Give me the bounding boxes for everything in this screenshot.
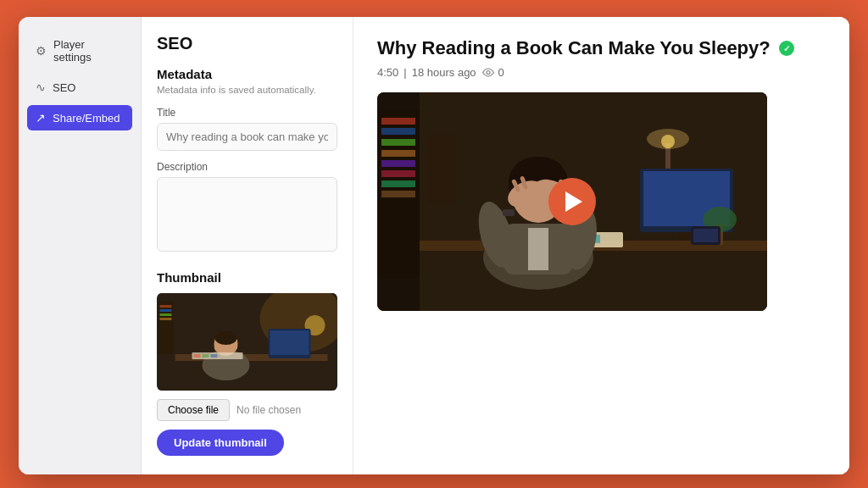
- thumbnail-section-label: Thumbnail: [157, 270, 337, 285]
- svg-rect-13: [203, 354, 209, 358]
- svg-rect-19: [160, 318, 172, 320]
- sidebar-item-label-seo: SEO: [53, 81, 75, 94]
- svg-rect-53: [528, 228, 548, 270]
- no-file-label: No file chosen: [236, 404, 301, 416]
- sidebar-item-label-share: Share/Embed: [53, 112, 120, 125]
- seo-icon: ∿: [36, 80, 46, 94]
- video-thumbnail-large[interactable]: [377, 92, 767, 311]
- svg-rect-71: [693, 229, 718, 242]
- eye-icon: [481, 68, 495, 77]
- sidebar-item-player-settings[interactable]: ⚙ Player settings: [27, 32, 132, 69]
- seo-panel-title: SEO: [157, 34, 337, 53]
- thumbnail-preview: [157, 293, 337, 391]
- metadata-section-label: Metadata: [157, 67, 337, 81]
- svg-rect-14: [211, 354, 218, 358]
- svg-rect-12: [194, 354, 201, 358]
- svg-rect-18: [160, 313, 172, 316]
- svg-rect-27: [381, 150, 415, 157]
- share-icon: ↗: [36, 111, 46, 125]
- gear-icon: ⚙: [36, 44, 47, 58]
- play-button[interactable]: [548, 178, 596, 225]
- sidebar-item-seo[interactable]: ∿ SEO: [27, 75, 132, 100]
- choose-file-button[interactable]: Choose file: [157, 399, 230, 421]
- sidebar: ⚙ Player settings ∿ SEO ↗ Share/Embed: [19, 17, 142, 474]
- video-meta: 4:50 | 18 hours ago 0: [377, 66, 826, 79]
- svg-rect-30: [381, 180, 415, 187]
- views-row: 0: [481, 66, 504, 79]
- video-title-row: Why Reading a Book Can Make You Sleepy?: [377, 37, 826, 59]
- thumbnail-section: Thumbnail: [157, 270, 337, 456]
- sidebar-item-label-player-settings: Player settings: [53, 38, 124, 64]
- play-icon: [565, 191, 582, 212]
- svg-rect-26: [381, 139, 415, 146]
- metadata-subtitle: Metadata info is saved automatically.: [157, 85, 337, 95]
- title-input[interactable]: [157, 123, 337, 151]
- title-field-label: Title: [157, 107, 337, 119]
- svg-rect-28: [381, 160, 415, 167]
- status-badge: [779, 41, 794, 56]
- svg-rect-29: [381, 170, 415, 177]
- svg-rect-31: [381, 191, 415, 197]
- description-field-label: Description: [157, 161, 337, 173]
- video-title: Why Reading a Book Can Make You Sleepy?: [377, 37, 771, 59]
- svg-point-35: [661, 135, 675, 148]
- main-content: SEO Metadata Metadata info is saved auto…: [142, 17, 849, 474]
- view-count: 0: [498, 66, 504, 79]
- app-window: ⚙ Player settings ∿ SEO ↗ Share/Embed SE…: [19, 17, 849, 474]
- sidebar-item-share-embed[interactable]: ↗ Share/Embed: [27, 105, 132, 130]
- svg-rect-25: [381, 128, 415, 135]
- svg-rect-67: [428, 135, 453, 202]
- svg-rect-5: [270, 330, 309, 355]
- svg-point-20: [487, 71, 490, 75]
- svg-rect-17: [160, 309, 172, 312]
- file-input-row: Choose file No file chosen: [157, 399, 337, 421]
- update-thumbnail-button[interactable]: Update thumbnail: [157, 430, 284, 456]
- svg-rect-16: [160, 305, 172, 308]
- svg-rect-24: [381, 118, 415, 125]
- description-input[interactable]: [157, 177, 337, 252]
- video-duration: 4:50: [377, 66, 398, 79]
- video-panel: Why Reading a Book Can Make You Sleepy? …: [353, 17, 849, 474]
- video-time-ago: 18 hours ago: [412, 66, 476, 79]
- svg-rect-66: [503, 209, 515, 216]
- svg-point-10: [215, 331, 237, 345]
- seo-panel: SEO Metadata Metadata info is saved auto…: [142, 17, 353, 474]
